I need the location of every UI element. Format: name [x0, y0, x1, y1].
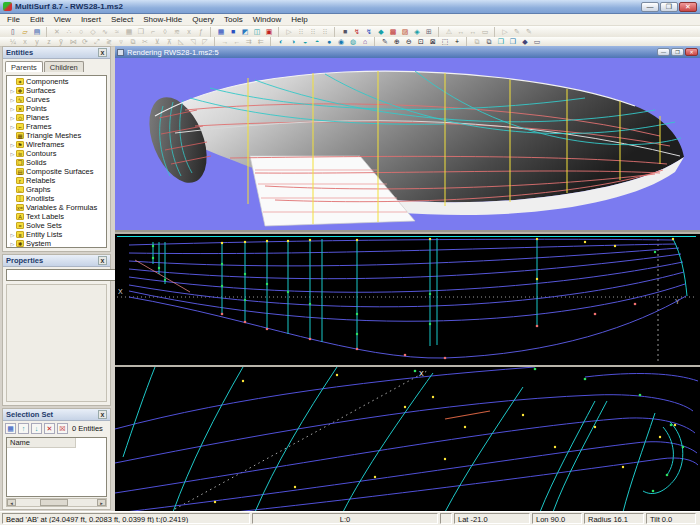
menu-select[interactable]: Select	[106, 15, 138, 24]
render-close-button[interactable]: ✕	[685, 48, 698, 56]
expand-icon[interactable]: ▷	[9, 241, 16, 247]
minimize-button[interactable]: —	[641, 2, 659, 12]
menu-view[interactable]: View	[49, 15, 76, 24]
expand-icon[interactable]: ▷	[9, 115, 16, 121]
scroll-left-icon[interactable]: ◂	[7, 499, 16, 506]
menu-tools[interactable]: Tools	[219, 15, 248, 24]
menu-window[interactable]: Window	[248, 15, 286, 24]
tree-item-solids[interactable]: ❒Solids	[7, 158, 106, 167]
tree-item-solve-sets[interactable]: =Solve Sets	[7, 221, 106, 230]
scroll-thumb[interactable]	[40, 499, 68, 506]
view-home-icon[interactable]: ⌂	[359, 37, 371, 47]
expand-icon[interactable]: ▷	[9, 124, 16, 130]
render-viewport[interactable]	[115, 58, 700, 230]
expand-icon[interactable]: ▷	[9, 106, 16, 112]
expand-icon[interactable]: ▷	[9, 88, 16, 94]
view-left-icon[interactable]: ◒	[299, 37, 311, 47]
expand-icon[interactable]: ▷	[9, 142, 16, 148]
zoom-in-icon[interactable]: ⊕	[391, 37, 403, 47]
tree-item-curves[interactable]: ▷∿Curves	[7, 95, 106, 104]
frame-icon[interactable]: ⬚	[439, 37, 451, 47]
expand-icon[interactable]: ▷	[9, 151, 16, 157]
drag-curve-icon[interactable]: ↯	[363, 27, 375, 37]
move-down-icon[interactable]: ↓	[31, 423, 42, 434]
tree-item-points[interactable]: ▷✕Points	[7, 104, 106, 113]
mesh-red-icon[interactable]: ▩	[387, 27, 399, 37]
copy-part-icon[interactable]: ❒	[507, 37, 519, 47]
tree-item-relabels[interactable]: rRelabels	[7, 176, 106, 185]
zoom-all-icon[interactable]: ⊠	[427, 37, 439, 47]
tab-parents[interactable]: Parents	[5, 61, 43, 72]
tree-item-surfaces[interactable]: ▷❖Surfaces	[7, 86, 106, 95]
tree-item-frames[interactable]: ▷⌐Frames	[7, 122, 106, 131]
move-up-icon[interactable]: ↑	[18, 423, 29, 434]
menu-insert[interactable]: Insert	[76, 15, 106, 24]
expand-icon[interactable]: ▷	[9, 97, 16, 103]
trim-icon: ✂	[139, 37, 151, 47]
paste-icon[interactable]: ◆	[519, 37, 531, 47]
selection-column-name[interactable]: Name	[7, 438, 76, 448]
view-top-icon[interactable]: ●	[323, 37, 335, 47]
shaded-view-icon[interactable]: ■	[227, 27, 239, 37]
menu-help[interactable]: Help	[286, 15, 312, 24]
view-right-icon[interactable]: ◓	[311, 37, 323, 47]
copy-solid-icon[interactable]: ❒	[495, 37, 507, 47]
mesh-edit-icon[interactable]: ▨	[399, 27, 411, 37]
menu-query[interactable]: Query	[187, 15, 219, 24]
select-all-icon[interactable]: ■	[339, 27, 351, 37]
view-bottom-icon[interactable]: ◉	[335, 37, 347, 47]
maximize-button[interactable]: ❐	[660, 2, 678, 12]
pan-icon[interactable]: +	[451, 37, 463, 47]
clear-all-icon[interactable]: ☒	[57, 423, 68, 434]
menu-show-hide[interactable]: Show-Hide	[138, 15, 187, 24]
open-file-icon[interactable]: ▱	[19, 27, 31, 37]
tree-item-planes[interactable]: ▷◇Planes	[7, 113, 106, 122]
tree-item-composite-surfaces[interactable]: ▤Composite Surfaces	[7, 167, 106, 176]
render-maximize-button[interactable]: ❐	[671, 48, 684, 56]
render-minimize-button[interactable]: —	[657, 48, 670, 56]
diagonal-icon[interactable]: ◈	[411, 27, 423, 37]
new-file-icon[interactable]: ▯	[7, 27, 19, 37]
save-icon[interactable]: ▤	[31, 27, 43, 37]
multi-view-icon[interactable]: ◫	[251, 27, 263, 37]
tab-children[interactable]: Children	[44, 61, 84, 72]
remove-icon[interactable]: ✕	[44, 423, 55, 434]
wireframe-view-icon[interactable]: ▦	[215, 27, 227, 37]
entities-close-icon[interactable]: x	[98, 48, 107, 57]
view-iso-icon[interactable]: ◍	[347, 37, 359, 47]
zoom-out-icon[interactable]: ⊖	[403, 37, 415, 47]
tree-item-knotlists[interactable]: ┆Knotlists	[7, 194, 106, 203]
profile-viewport[interactable]: X Y	[115, 232, 700, 363]
menu-file[interactable]: File	[2, 15, 25, 24]
selection-grid-icon[interactable]: ▦	[5, 423, 16, 434]
render-view-icon[interactable]: ▣	[263, 27, 275, 37]
tree-item-components[interactable]: ✦Components	[7, 77, 106, 86]
copy-icon[interactable]: ⧉	[483, 37, 495, 47]
pen-icon[interactable]: ✎	[379, 37, 391, 47]
tree-item-variables-formulas[interactable]: x=Variables & Formulas	[7, 203, 106, 212]
tree-item-wireframes[interactable]: ▷⚑Wireframes	[7, 140, 106, 149]
scroll-right-icon[interactable]: ▸	[97, 499, 106, 506]
selection-set-close-icon[interactable]: x	[98, 410, 107, 419]
view-back-icon[interactable]: ◑	[287, 37, 299, 47]
view-front-icon[interactable]: ◐	[275, 37, 287, 47]
tree-item-triangle-meshes[interactable]: ▦Triangle Meshes	[7, 131, 106, 140]
table-icon[interactable]: ⊞	[423, 27, 435, 37]
tree-item-system[interactable]: ▷✱System	[7, 239, 106, 248]
selection-hscrollbar[interactable]: ◂ ▸	[6, 498, 107, 507]
tree-item-contours[interactable]: ▷≋Contours	[7, 149, 106, 158]
close-button[interactable]: ✕	[679, 2, 697, 12]
perspective-viewport[interactable]: X	[115, 365, 700, 510]
tree-item-text-labels[interactable]: AText Labels	[7, 212, 106, 221]
note-icon[interactable]: ▭	[531, 37, 543, 47]
drag-point-icon[interactable]: ↯	[351, 27, 363, 37]
compass-icon[interactable]: ◆	[375, 27, 387, 37]
tree-item-graphs[interactable]: ∟Graphs	[7, 185, 106, 194]
zoom-window-icon[interactable]: ⊡	[415, 37, 427, 47]
properties-close-icon[interactable]: x	[98, 256, 107, 265]
selection-set-list[interactable]: Name	[6, 437, 107, 497]
menu-edit[interactable]: Edit	[25, 15, 49, 24]
tree-item-entity-lists[interactable]: ▷≡Entity Lists	[7, 230, 106, 239]
expand-icon[interactable]: ▷	[9, 232, 16, 238]
select-view-icon[interactable]: ◩	[239, 27, 251, 37]
